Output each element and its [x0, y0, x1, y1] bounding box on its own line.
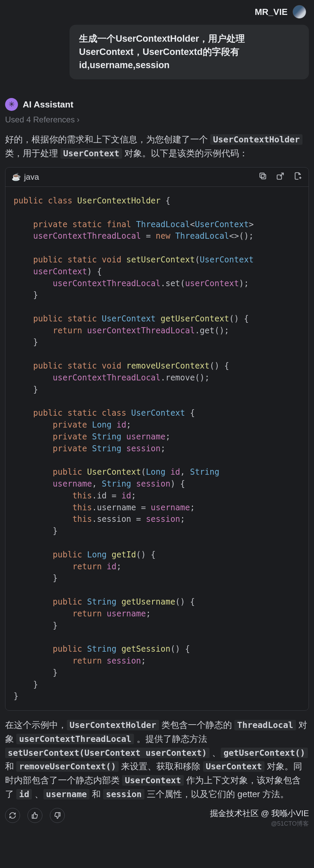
- inline-code: UserContextHolder: [67, 720, 159, 730]
- inline-code: ThreadLocal: [234, 720, 296, 730]
- avatar[interactable]: [293, 5, 306, 19]
- reply-text-part: 来设置、获取和移除: [119, 761, 203, 771]
- reply-text-part: 。提供了静态方法: [134, 734, 207, 744]
- reply-text-part: 三个属性，以及它们的 getter 方法。: [144, 789, 289, 799]
- user-header: MR_VIE: [5, 5, 309, 19]
- reply-text-part: 和: [5, 761, 16, 771]
- reply-explanation: 在这个示例中，UserContextHolder 类包含一个静态的 Thread…: [5, 718, 309, 801]
- code-language-label: java: [24, 172, 39, 182]
- watermark: 掘金技术社区 @ 我喺小VIE @51CTO博客: [5, 808, 309, 828]
- inline-code: UserContextHolder: [210, 134, 302, 145]
- code-block-header: ☕ java: [5, 167, 309, 187]
- references-label: Used 4 References: [5, 115, 75, 124]
- inline-code: UserContext: [203, 761, 265, 772]
- code-content[interactable]: public class UserContextHolder { private…: [5, 187, 309, 710]
- chevron-right-icon: ›: [77, 115, 79, 124]
- reply-text-part: 类包含一个静态的: [159, 720, 234, 730]
- reply-text-part: 在这个示例中，: [5, 720, 67, 730]
- inline-code: UserContext: [60, 148, 122, 159]
- reply-text-part: 和: [90, 789, 103, 799]
- inline-code: username: [43, 789, 90, 800]
- assistant-title: AI Assistant: [23, 99, 73, 110]
- assistant-icon: ✳: [5, 98, 18, 111]
- watermark-line2: @51CTO博客: [5, 820, 309, 828]
- reply-text-part: 类，用于处理: [5, 148, 60, 158]
- reply-text-part: 、: [210, 748, 221, 758]
- reply-text-part: 好的，根据你的需求和上下文信息，为您创建了一个: [5, 134, 208, 144]
- references-toggle[interactable]: Used 4 References ›: [5, 115, 309, 124]
- inline-code: session: [103, 789, 144, 800]
- copy-icon[interactable]: [258, 172, 267, 182]
- reply-text-part: 、: [32, 789, 43, 799]
- insert-icon[interactable]: [276, 172, 285, 182]
- new-file-icon[interactable]: [294, 172, 302, 182]
- svg-rect-0: [261, 175, 266, 179]
- inline-code: id: [16, 789, 32, 800]
- reply-intro: 好的，根据你的需求和上下文信息，为您创建了一个 UserContextHolde…: [5, 133, 309, 160]
- inline-code: UserContext: [122, 775, 184, 786]
- inline-code: removeUserContext(): [16, 761, 119, 772]
- code-block: ☕ java public class UserContextHolder { …: [5, 167, 309, 711]
- reply-text-part: 对象。以下是该类的示例代码：: [124, 148, 248, 158]
- svg-rect-1: [260, 173, 264, 177]
- inline-code: getUserContext(): [221, 748, 308, 758]
- user-name: MR_VIE: [255, 7, 288, 17]
- java-icon: ☕: [12, 173, 21, 181]
- inline-code: setUserContext(UserContext userContext): [5, 748, 210, 758]
- code-actions: [258, 172, 302, 182]
- inline-code: userContextThreadLocal: [16, 734, 134, 744]
- code-language: ☕ java: [12, 172, 39, 182]
- watermark-line1: 掘金技术社区 @ 我喺小VIE: [5, 808, 309, 819]
- assistant-header: ✳ AI Assistant: [5, 98, 309, 111]
- user-prompt: 生成一个UserContextHolder，用户处理UserContext，Us…: [70, 25, 309, 79]
